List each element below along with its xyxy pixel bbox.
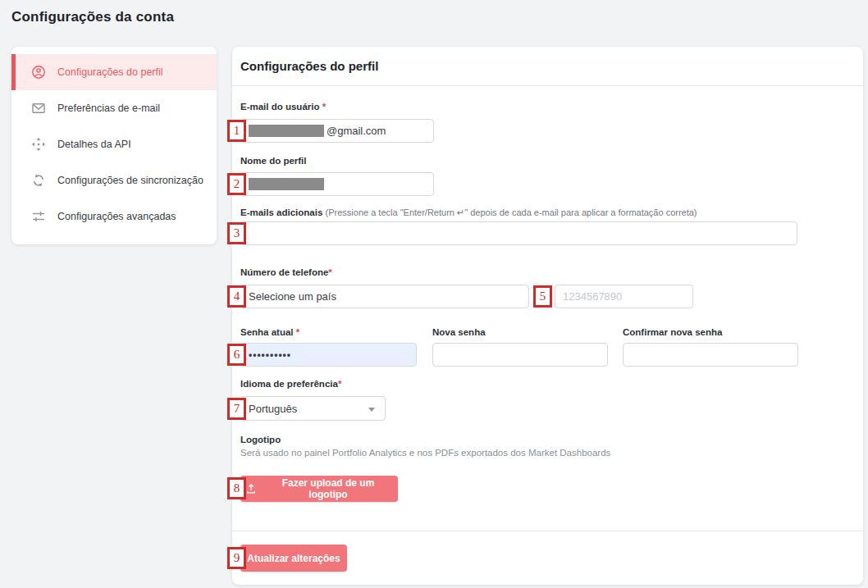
user-icon xyxy=(31,65,46,80)
new-password-field[interactable] xyxy=(432,343,608,367)
annotation-badge-7: 7 xyxy=(227,398,246,420)
settings-sidebar: Configurações do perfil Preferências de … xyxy=(11,47,217,244)
language-select[interactable]: Português xyxy=(240,396,386,421)
upload-logo-button-label: Fazer upload de um logotipo xyxy=(263,477,393,500)
page-title: Configurações da conta xyxy=(11,9,174,25)
annotation-badge-9: 9 xyxy=(227,547,246,569)
update-changes-button[interactable]: Atualizar alterações xyxy=(240,545,347,572)
redacted-profile-name xyxy=(249,178,324,190)
phone-number-field[interactable] xyxy=(555,285,693,308)
required-mark: * xyxy=(338,379,341,389)
new-password-label: Nova senha xyxy=(432,327,486,337)
annotation-badge-5: 5 xyxy=(533,285,552,308)
sidebar-item-label: Detalhes da API xyxy=(57,139,131,150)
update-changes-button-label: Atualizar alterações xyxy=(247,553,340,564)
annotation-badge-8: 8 xyxy=(227,477,246,499)
language-select-value: Português xyxy=(249,403,297,415)
redacted-email-user xyxy=(249,125,324,137)
email-label: E-mail do usuário * xyxy=(240,102,326,112)
sidebar-item-advanced-settings[interactable]: Configurações avançadas xyxy=(11,198,217,235)
sidebar-item-label: Configurações de sincronização xyxy=(57,175,203,186)
current-password-field[interactable] xyxy=(240,343,417,367)
profile-name-field[interactable] xyxy=(240,172,434,196)
additional-emails-field[interactable] xyxy=(240,221,797,245)
required-mark: * xyxy=(296,327,299,337)
sidebar-item-email-preferences[interactable]: Preferências de e-mail xyxy=(11,90,217,126)
sidebar-item-profile-settings[interactable]: Configurações do perfil xyxy=(11,54,217,90)
language-label: Idioma de preferência* xyxy=(240,379,341,389)
email-field[interactable]: @gmail.com xyxy=(240,119,434,143)
confirm-password-label: Confirmar nova senha xyxy=(623,327,722,337)
api-icon xyxy=(31,137,46,152)
panel-title: Configurações do perfil xyxy=(240,59,378,73)
country-select-value: Selecione um país xyxy=(249,290,336,303)
confirm-password-field[interactable] xyxy=(623,343,798,367)
profile-settings-panel: Configurações do perfil E-mail do usuári… xyxy=(232,47,863,585)
sidebar-item-label: Configurações avançadas xyxy=(57,211,176,222)
logo-label: Logotipo xyxy=(240,435,281,444)
upload-logo-button[interactable]: Fazer upload de um logotipo xyxy=(240,476,398,502)
current-password-label: Senha atual * xyxy=(240,327,299,337)
required-mark: * xyxy=(328,267,331,277)
phone-label: Número de telefone* xyxy=(240,267,332,277)
divider xyxy=(232,85,863,86)
additional-emails-hint: (Pressione a tecla "Enter/Return ↵" depo… xyxy=(326,207,697,217)
annotation-badge-1: 1 xyxy=(227,120,246,142)
sidebar-item-label: Preferências de e-mail xyxy=(57,103,160,114)
sliders-icon xyxy=(31,209,46,224)
annotation-badge-6: 6 xyxy=(227,344,246,366)
divider xyxy=(232,531,863,531)
annotation-badge-4: 4 xyxy=(227,285,246,308)
sidebar-item-api-details[interactable]: Detalhes da API xyxy=(11,126,217,162)
email-domain-text: @gmail.com xyxy=(327,125,386,137)
sidebar-item-sync-settings[interactable]: Configurações de sincronização xyxy=(11,162,217,198)
sidebar-item-label: Configurações do perfil xyxy=(57,66,163,78)
logo-description: Será usado no painel Portfolio Analytics… xyxy=(240,448,610,458)
profile-name-label: Nome do perfil xyxy=(240,156,307,166)
country-select[interactable]: Selecione um país xyxy=(240,285,529,308)
upload-icon xyxy=(245,483,257,495)
annotation-badge-3: 3 xyxy=(227,222,246,244)
annotation-badge-2: 2 xyxy=(227,173,246,195)
additional-emails-label: E-mails adicionais (Pressione a tecla "E… xyxy=(240,207,697,218)
mail-icon xyxy=(31,101,46,116)
sync-icon xyxy=(31,173,46,188)
chevron-down-icon xyxy=(368,408,375,412)
required-mark: * xyxy=(322,102,326,112)
